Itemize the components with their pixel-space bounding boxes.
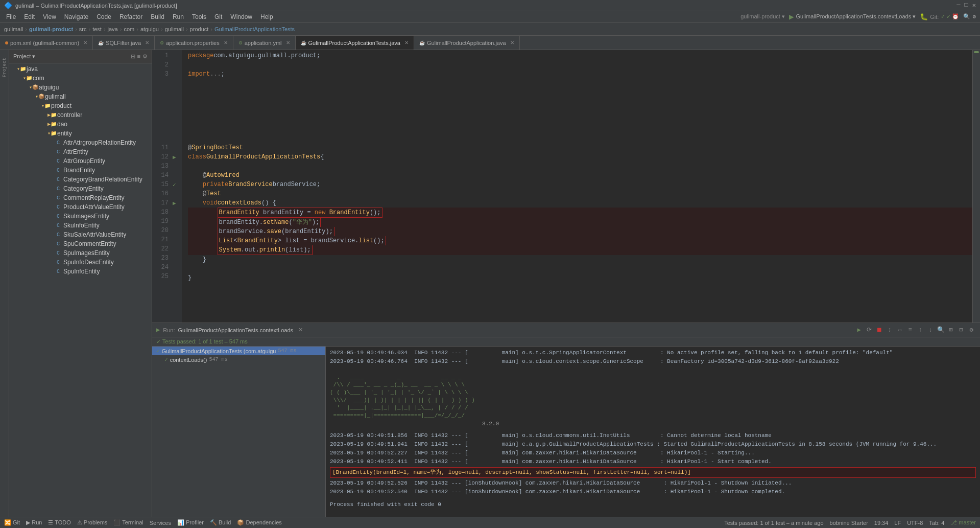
- search-button[interactable]: 🔍: [963, 13, 970, 20]
- menu-git[interactable]: Git: [210, 12, 226, 21]
- right-scroll-gutter[interactable]: [972, 50, 980, 323]
- status-todo[interactable]: ☰ TODO: [48, 519, 70, 526]
- status-profiler[interactable]: 📊 Profiler: [177, 519, 204, 526]
- tree-item-CategoryEntity[interactable]: C CategoryEntity: [9, 184, 152, 193]
- nav-module[interactable]: gulimall-product: [29, 26, 73, 32]
- run-stop-button[interactable]: ⟳: [865, 326, 874, 335]
- tab-appyml[interactable]: ⚙ application.yml ✕: [233, 36, 296, 50]
- code-line-blank: [188, 106, 972, 116]
- tree-item-AttrAttrgroupRelationEntity[interactable]: C AttrAttrgroupRelationEntity: [9, 138, 152, 147]
- run-tab-close[interactable]: ✕: [298, 327, 303, 333]
- tree-item-dao[interactable]: ▶📁 dao: [9, 120, 152, 129]
- tree-item-com[interactable]: ▾📁 com: [9, 74, 152, 83]
- run-tree-item-suite[interactable]: ✓ GulimallProductApplicationTests (com.a…: [152, 347, 325, 355]
- menu-refactor[interactable]: Refactor: [115, 12, 147, 21]
- menu-navigate[interactable]: Navigate: [60, 12, 92, 21]
- run-stop2-button[interactable]: ⏹: [875, 326, 884, 335]
- sidebar-btn3[interactable]: ⚙: [142, 53, 148, 60]
- status-run[interactable]: ▶ Run: [26, 519, 42, 526]
- tree-item-SpuInfoDescEntity[interactable]: C SpuInfoDescEntity: [9, 258, 152, 267]
- tree-item-SpuImagesEntity[interactable]: C SpuImagesEntity: [9, 248, 152, 258]
- tree-item-SpuCommentEntity[interactable]: C SpuCommentEntity: [9, 239, 152, 248]
- run-export-button[interactable]: ⊞: [946, 326, 955, 335]
- run-expand2-button[interactable]: ↔: [895, 326, 904, 335]
- status-services[interactable]: Services: [150, 520, 171, 526]
- java-icon: C: [54, 166, 62, 174]
- debug-button[interactable]: 🐛: [920, 13, 928, 21]
- status-time: 19:34: [874, 520, 889, 526]
- tree-item-BrandEntity[interactable]: C BrandEntity: [9, 166, 152, 175]
- menu-code[interactable]: Code: [92, 12, 115, 21]
- status-terminal[interactable]: ⬛ Terminal: [113, 519, 143, 526]
- run-button[interactable]: ▶: [789, 12, 794, 22]
- tree-item-controller[interactable]: ▶📁 controller: [9, 110, 152, 120]
- status-encoding[interactable]: UTF-8: [907, 520, 923, 526]
- code-content[interactable]: 1 2 3 11 12 13 14 15 16 17: [152, 50, 980, 323]
- tree-item-SkuSaleAttrValueEntity[interactable]: C SkuSaleAttrValueEntity: [9, 230, 152, 239]
- tree-item-product[interactable]: ▾📁 product: [9, 101, 152, 110]
- tab-close[interactable]: ✕: [224, 40, 228, 45]
- tab-pom[interactable]: pom.xml (gulimall-common) ✕: [0, 36, 93, 50]
- run-settings-button[interactable]: ⚙: [967, 326, 976, 335]
- run-test-tree: ✓ GulimallProductApplicationTests (com.a…: [152, 347, 326, 517]
- sidebar-btn2[interactable]: ≡: [137, 53, 140, 60]
- tree-item-entity[interactable]: ▾📁 entity: [9, 129, 152, 138]
- tab-close[interactable]: ✕: [286, 40, 290, 45]
- tab-sqlfilter[interactable]: ☕ SQLFilter.java ✕: [93, 36, 155, 50]
- tab-main[interactable]: ☕ GulimallProductApplication.java ✕: [414, 36, 520, 50]
- run-output-console[interactable]: 2023-05-19 00:49:46.034 INFO 11432 --- […: [326, 347, 980, 517]
- close-button[interactable]: ✕: [972, 2, 976, 9]
- menu-view[interactable]: View: [39, 12, 60, 21]
- nav-project[interactable]: gulimall: [4, 26, 23, 32]
- tab-appprops[interactable]: ⚙ application.properties ✕: [155, 36, 233, 50]
- tree-item-CommentReplayEntity[interactable]: C CommentReplayEntity: [9, 193, 152, 202]
- status-lf[interactable]: LF: [894, 520, 901, 526]
- status-indent[interactable]: Tab: 4: [929, 520, 944, 526]
- status-problems[interactable]: ⚠ Problems: [77, 519, 108, 526]
- tree-item-AttrGroupEntity[interactable]: C AttrGroupEntity: [9, 156, 152, 166]
- run-down-button[interactable]: ↓: [926, 326, 935, 335]
- tree-item-CategoryBrandRelationEntity[interactable]: C CategoryBrandRelationEntity: [9, 175, 152, 184]
- folder-icon: ▾📁: [23, 74, 32, 82]
- tree-item-AttrEntity[interactable]: C AttrEntity: [9, 147, 152, 156]
- project-icon[interactable]: Project: [1, 52, 9, 83]
- minimize-button[interactable]: ─: [957, 2, 960, 9]
- tree-item-gulimall[interactable]: ▾📦 gulimall: [9, 92, 152, 101]
- sidebar-btn[interactable]: ⊞: [131, 53, 135, 60]
- tree-item-ProductAttrValueEntity[interactable]: C ProductAttrValueEntity: [9, 202, 152, 212]
- run-trash-button[interactable]: ⊟: [957, 326, 966, 335]
- run-rerun-button[interactable]: ▶: [854, 326, 864, 335]
- tab-close[interactable]: ✕: [83, 40, 87, 45]
- run-expand-button[interactable]: ↕: [885, 326, 894, 335]
- run-up-button[interactable]: ↑: [916, 326, 925, 335]
- menu-build[interactable]: Build: [147, 12, 169, 21]
- status-git[interactable]: 🔀 Git: [4, 519, 20, 526]
- menu-window[interactable]: Window: [226, 12, 256, 21]
- run-tree-item-method[interactable]: ✓ contextLoads() 547 ms: [152, 355, 325, 364]
- settings-button[interactable]: ⚙: [972, 13, 976, 20]
- menu-file[interactable]: File: [2, 12, 20, 21]
- maximize-button[interactable]: □: [965, 2, 968, 9]
- menu-run[interactable]: Run: [169, 12, 188, 21]
- tree-item-SkuInfoEntity[interactable]: C SkuInfoEntity: [9, 221, 152, 230]
- menu-edit[interactable]: Edit: [20, 12, 39, 21]
- run-body: ✓ GulimallProductApplicationTests (com.a…: [152, 347, 980, 517]
- tree-item-SkuImagesEntity[interactable]: C SkuImagesEntity: [9, 212, 152, 221]
- tab-close[interactable]: ✕: [404, 40, 409, 45]
- status-dependencies[interactable]: 📦 Dependencies: [237, 519, 281, 526]
- tab-close[interactable]: ✕: [145, 40, 149, 45]
- status-build[interactable]: 🔨 Build: [210, 519, 231, 526]
- run-config-name[interactable]: GulimallProductApplicationTests.contextL…: [178, 327, 293, 333]
- tree-item-java[interactable]: ▾📁 java: [9, 64, 152, 74]
- tab-test-active[interactable]: ☕ GulimallProductApplicationTests.java ✕: [296, 36, 414, 50]
- tree-item-SpuInfoEntity[interactable]: C SpuInfoEntity: [9, 267, 152, 276]
- tree-item-atguigu[interactable]: ▾📦 atguigu: [9, 83, 152, 92]
- code-editor[interactable]: package com.atguigu.gulimall.product; im…: [182, 50, 972, 323]
- run-filter-button[interactable]: ≡: [905, 326, 915, 335]
- menu-tools[interactable]: Tools: [188, 12, 210, 21]
- menu-help[interactable]: Help: [256, 12, 277, 21]
- run-search-button[interactable]: 🔍: [936, 326, 945, 335]
- code-line-18: BrandEntity brandEntity = new BrandEntit…: [188, 208, 972, 218]
- status-branch[interactable]: ⎇ master: [950, 519, 976, 526]
- tab-close[interactable]: ✕: [510, 40, 514, 45]
